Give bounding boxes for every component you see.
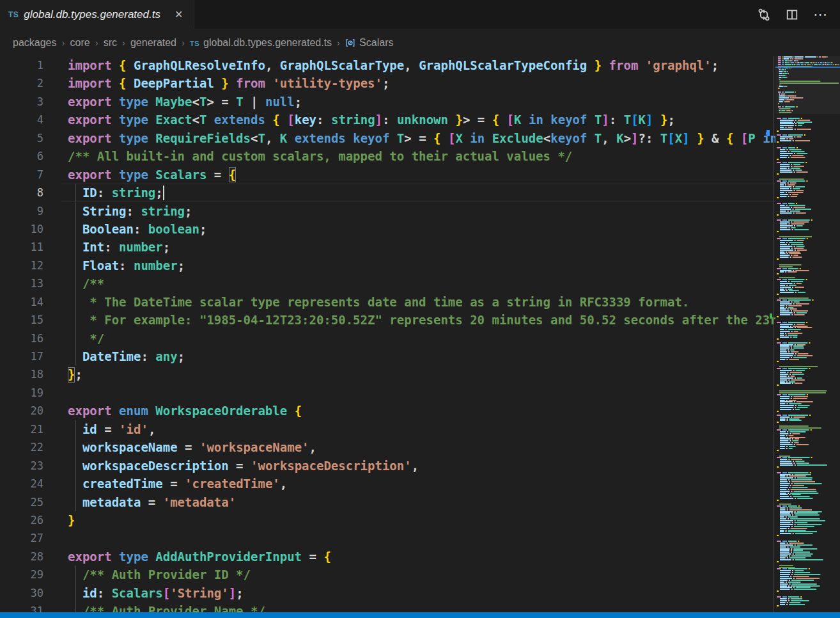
line-number[interactable]: 2: [0, 74, 43, 92]
minimap-slider[interactable]: [775, 56, 840, 114]
code-line[interactable]: 16 */: [0, 329, 775, 347]
line-number[interactable]: 3: [0, 93, 43, 111]
code-token: ]: [631, 131, 638, 145]
code-token: [214, 76, 221, 90]
breadcrumb-item-symbol[interactable]: Scalars: [344, 37, 394, 49]
line-number[interactable]: 19: [0, 384, 43, 402]
breadcrumb-item-core[interactable]: core: [69, 37, 91, 48]
line-number[interactable]: 4: [0, 111, 43, 129]
line-number[interactable]: 21: [0, 420, 43, 438]
line-number[interactable]: 9: [0, 202, 43, 220]
code-line[interactable]: 25 metadata = 'metadata': [0, 493, 775, 511]
code-line[interactable]: 13 /**: [0, 274, 775, 292]
bracket-match-highlight: [229, 167, 236, 182]
line-number[interactable]: 25: [0, 493, 43, 511]
code-line-content: Int: number;: [43, 238, 170, 256]
tab-bar: TS global.db.types.generated.ts ✕: [0, 0, 840, 29]
more-actions-icon[interactable]: ⋯: [811, 5, 830, 24]
code-line[interactable]: 1import { GraphQLResolveInfo, GraphQLSca…: [0, 56, 775, 74]
indent-guide: [75, 420, 76, 438]
minimap[interactable]: [775, 56, 840, 612]
code-line-content: ID: string;: [43, 184, 163, 202]
code-token: [: [667, 131, 674, 145]
code-line-content: metadata = 'metadata': [43, 493, 236, 511]
code-line[interactable]: 3export type Maybe<T> = T | null;: [0, 93, 775, 111]
split-editor-icon[interactable]: [782, 5, 802, 24]
code-token: ;: [155, 186, 162, 200]
code-line[interactable]: 9 String: string;: [0, 202, 775, 220]
breadcrumb: packages›core›src›generated› TSglobal.db…: [0, 29, 840, 56]
open-changes-icon[interactable]: [754, 5, 774, 24]
code-line-content: workspaceName = 'workspaceName',: [43, 438, 316, 456]
line-number[interactable]: 26: [0, 511, 43, 529]
code-line-content: createdTime = 'createdTime',: [43, 475, 287, 493]
line-number[interactable]: 28: [0, 548, 43, 566]
breadcrumb-item-file[interactable]: TSglobal.db.types.generated.ts: [189, 37, 333, 49]
line-number[interactable]: 11: [0, 238, 43, 256]
code-token: ;: [178, 258, 185, 273]
tab-global-db-types-generated[interactable]: TS global.db.types.generated.ts ✕: [0, 0, 194, 29]
breadcrumb-item-src[interactable]: src: [102, 37, 118, 48]
code-line[interactable]: 26}: [0, 511, 775, 529]
code-line[interactable]: 20export enum WorkspaceOrderable {: [0, 402, 775, 420]
breadcrumb-item-generated[interactable]: generated: [129, 37, 178, 48]
line-number[interactable]: 27: [0, 529, 43, 547]
code-line[interactable]: 23 workspaceDescription = 'workspaceDesc…: [0, 457, 775, 475]
code-line[interactable]: 19: [0, 384, 775, 402]
code-line[interactable]: 11 Int: number;: [0, 238, 775, 256]
code-line[interactable]: 15 * For example: "1985-04-12T23:20:50.5…: [0, 311, 775, 329]
line-number[interactable]: 22: [0, 438, 43, 456]
code-token: <: [192, 113, 199, 127]
code-line-content: * For example: "1985-04-12T23:20:50.52Z"…: [43, 311, 775, 329]
code-line[interactable]: 24 createdTime = 'createdTime',: [0, 475, 775, 493]
code-line[interactable]: 22 workspaceName = 'workspaceName',: [0, 438, 775, 456]
line-number[interactable]: 30: [0, 584, 43, 602]
line-number[interactable]: 14: [0, 293, 43, 311]
line-number[interactable]: 20: [0, 402, 43, 420]
code-line[interactable]: 2import { DeepPartial } from 'utility-ty…: [0, 74, 775, 92]
code-line[interactable]: 28export type AddAuthProviderInput = {: [0, 548, 775, 566]
line-number[interactable]: 10: [0, 220, 43, 238]
code-token: import: [68, 76, 112, 90]
code-line[interactable]: 14 * The DateTime scalar type represents…: [0, 293, 775, 311]
line-number[interactable]: 6: [0, 147, 43, 165]
code-token: Exact: [148, 113, 192, 127]
code-line[interactable]: 5export type RequireFields<T, K extends …: [0, 129, 775, 147]
code-line[interactable]: 12 Float: number;: [0, 257, 775, 274]
minimap-canvas[interactable]: [775, 56, 840, 612]
line-number[interactable]: 23: [0, 457, 43, 475]
code-token: 'id': [119, 422, 148, 436]
line-number[interactable]: 13: [0, 274, 43, 292]
breadcrumb-item-packages[interactable]: packages: [12, 37, 58, 48]
code-line[interactable]: 18};: [0, 365, 775, 383]
ellipsis-glyph: ⋯: [813, 8, 827, 22]
line-number[interactable]: 5: [0, 129, 43, 147]
line-number[interactable]: 16: [0, 329, 43, 347]
code-line[interactable]: 21 id = 'id',: [0, 420, 775, 438]
code-line[interactable]: 30 id: Scalars['String'];: [0, 584, 775, 602]
line-number[interactable]: 24: [0, 475, 43, 493]
line-number[interactable]: 7: [0, 166, 43, 184]
code-token: ,: [148, 422, 155, 436]
line-number[interactable]: 29: [0, 566, 43, 583]
code-line[interactable]: 27: [0, 529, 775, 547]
code-line[interactable]: 7export type Scalars = {: [0, 166, 775, 184]
code-line[interactable]: 17 DateTime: any;: [0, 347, 775, 365]
code-line[interactable]: 6/** All built-in and custom scalars, ma…: [0, 147, 775, 165]
code-line[interactable]: 4export type Exact<T extends { [key: str…: [0, 111, 775, 129]
line-number[interactable]: 12: [0, 257, 43, 274]
indent-guide: [75, 274, 76, 292]
line-number[interactable]: 17: [0, 347, 43, 365]
code-line-content: /** All built-in and custom scalars, map…: [43, 147, 572, 165]
code-line[interactable]: 29 /** Auth Provider ID */: [0, 566, 775, 583]
line-number[interactable]: 1: [0, 56, 43, 74]
code-line-content: export type Scalars = {: [43, 166, 236, 184]
code-editor[interactable]: 1import { GraphQLResolveInfo, GraphQLSca…: [0, 56, 775, 618]
line-number[interactable]: 15: [0, 311, 43, 329]
line-number[interactable]: 8: [0, 184, 43, 202]
code-token: DeepPartial: [127, 76, 214, 90]
code-line[interactable]: 8 ID: string;: [0, 184, 775, 202]
close-tab-icon[interactable]: ✕: [172, 7, 185, 22]
line-number[interactable]: 18: [0, 365, 43, 383]
code-line[interactable]: 10 Boolean: boolean;: [0, 220, 775, 238]
